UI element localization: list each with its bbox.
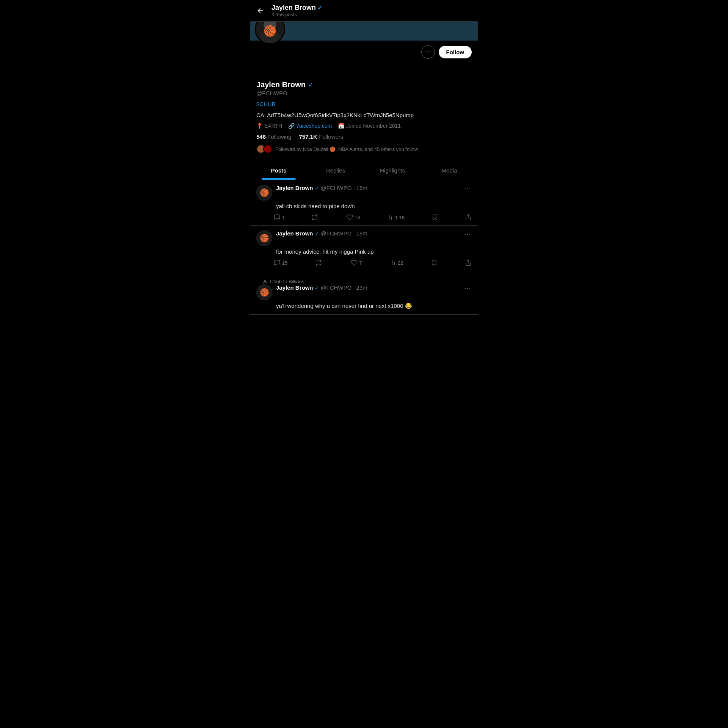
follower-avatar-2 [263,144,272,154]
tweet-1-avatar[interactable]: 🏀 [256,185,272,201]
tweet-1-content: yall cb skids need to pipe down [256,202,472,210]
tweet-2-handle: @FCHWPO [321,230,352,237]
follow-stats: 546 Following 757.1K Followers [256,133,472,140]
tweet-2-separator: · [353,230,355,237]
tweet-1-share-button[interactable] [465,214,472,221]
profile-verified-icon: ✓ [308,81,314,89]
profile-meta: 📍 EARTH 🔗 7uiceshop.com 📅 Joined Novembe… [256,123,472,129]
tweet-1-views-count: 1.1K [395,215,405,220]
location-item: 📍 EARTH [256,123,282,129]
follow-button[interactable]: Follow [439,46,472,58]
followed-by-text: Followed by Noa Dalzell 🏀, NBA Alerts, a… [275,146,418,152]
tweet-2-avatar[interactable]: 🏀 [256,230,272,246]
following-label: Following [267,133,291,140]
tweet-2-name: Jaylen Brown [276,230,313,237]
followers-count: 757.1K [299,133,317,140]
tab-replies[interactable]: Replies [307,161,364,180]
tweet-2-content: for money advice, hit my nigga Pink up [256,248,472,256]
profile-section: 🏀 ··· Follow Jaylen Brown ✓ @FCHWPO $CHU… [250,41,478,160]
tab-posts[interactable]: Posts [250,161,307,180]
tweet-2-verified: ✓ [315,231,319,237]
profile-bio: CA: AdT5b4w2U5wQof6SidkV7ip3x2KNkLcTWmJh… [256,111,472,119]
tweet-3-meta: Jaylen Brown ✓ @FCHWPO · 23m [276,284,459,291]
tweet-3-separator: · [353,284,355,291]
tweet-2-timestamp: 18m [356,230,367,237]
tweet-1-time: · [353,185,355,191]
profile-header: Jaylen Brown ✓ 3,356 posts [250,0,478,22]
tweet-2-views-button[interactable]: 22 [389,259,403,266]
tweet-2: 🏀 Jaylen Brown ✓ @FCHWPO · 18m ··· for m… [250,226,478,271]
tweet-2-like-button[interactable]: 7 [351,259,362,266]
tweet-1-like-button[interactable]: 13 [346,214,360,221]
following-count: 546 [256,133,266,140]
svg-text:🏀: 🏀 [260,288,269,297]
tweet-2-more-button[interactable]: ··· [463,230,472,238]
tweet-3-timestamp: 23m [356,284,367,291]
calendar-icon: 📅 [338,123,344,129]
svg-text:🏀: 🏀 [260,188,269,197]
profile-handle: @FCHWPO [256,90,472,96]
location-text: EARTH [264,123,282,129]
tweet-1-name-row: Jaylen Brown ✓ @FCHWPO · 18m [276,185,459,191]
tweet-1-verified: ✓ [315,185,319,191]
tweet-1-reply-count: 1 [282,215,285,220]
tweet-2-bookmark-button[interactable] [431,259,438,266]
tweet-1-views-button[interactable]: 1.1K [386,214,405,221]
following-stat[interactable]: 546 Following [256,133,292,140]
tweet-2-views-count: 22 [398,260,403,266]
svg-point-16 [264,280,266,282]
tweet-2-actions: 15 7 22 [256,259,472,266]
tweet-1-like-count: 13 [355,215,360,220]
tweet-3-name-row: Jaylen Brown ✓ @FCHWPO · 23m [276,284,459,291]
tweet-3-verified: ✓ [315,285,319,291]
tweet-3-name: Jaylen Brown [276,284,313,291]
tweet-3-retweet-by: Chub to Billions [270,279,304,284]
tweet-1-name: Jaylen Brown [276,185,313,191]
followers-stat[interactable]: 757.1K Followers [299,133,344,140]
tweet-1-header: 🏀 Jaylen Brown ✓ @FCHWPO · 18m ··· [256,185,472,201]
svg-text:🏀: 🏀 [264,25,277,37]
tweet-3: Chub to Billions 🏀 Jaylen Brown ✓ @FCHWP… [250,271,478,315]
link-icon: 🔗 [288,123,295,129]
back-button[interactable] [256,7,264,14]
profile-tabs: Posts Replies Highlights Media [250,161,478,180]
profile-name-row: Jaylen Brown ✓ [256,80,472,89]
tab-media[interactable]: Media [421,161,478,180]
tweet-3-header: 🏀 Jaylen Brown ✓ @FCHWPO · 23m ··· [256,284,472,300]
tweet-2-share-button[interactable] [465,259,472,266]
tweet-1-retweet-button[interactable] [311,214,320,221]
joined-text: Joined November 2011 [346,123,401,129]
tweet-2-retweet-button[interactable] [315,259,323,266]
tweet-3-avatar[interactable]: 🏀 [256,284,272,300]
tweet-1-timestamp: 18m [356,185,367,191]
tweet-1-meta: Jaylen Brown ✓ @FCHWPO · 18m [276,185,459,191]
tweet-3-handle: @FCHWPO [321,284,352,291]
tweet-2-reply-count: 15 [282,260,287,266]
tweet-2-meta: Jaylen Brown ✓ @FCHWPO · 18m [276,230,459,237]
tweet-1-reply-button[interactable]: 1 [274,214,285,221]
website-link[interactable]: 7uiceshop.com [296,123,332,129]
header-name: Jaylen Brown ✓ [271,4,322,12]
location-icon: 📍 [256,123,263,129]
tweet-3-more-button[interactable]: ··· [463,284,472,292]
joined-item: 📅 Joined November 2011 [338,123,401,129]
tweet-1: 🏀 Jaylen Brown ✓ @FCHWPO · 18m ··· yall … [250,180,478,226]
tweet-1-actions: 1 13 1.1K [256,214,472,221]
tweet-2-name-row: Jaylen Brown ✓ @FCHWPO · 18m [276,230,459,237]
more-options-button[interactable]: ··· [421,45,435,59]
followers-label: Followers [319,133,343,140]
header-name-text: Jaylen Brown [271,4,316,12]
profile-display-name: Jaylen Brown [256,80,306,89]
svg-text:🏀: 🏀 [260,234,269,243]
tweet-1-handle: @FCHWPO [321,185,352,191]
tab-highlights[interactable]: Highlights [364,161,421,180]
profile-cashtag-link[interactable]: $CHUB [256,101,276,107]
tweet-3-content: ya'll wondering why u can never find ur … [256,302,472,310]
tweet-1-bookmark-button[interactable] [431,214,438,221]
followed-avatars [256,144,272,154]
tweet-2-reply-button[interactable]: 15 [274,259,287,266]
tweet-3-retweet-label: Chub to Billions [256,276,472,284]
header-verified-icon: ✓ [317,4,322,11]
tweet-1-more-button[interactable]: ··· [463,185,472,193]
header-info: Jaylen Brown ✓ 3,356 posts [271,4,322,17]
